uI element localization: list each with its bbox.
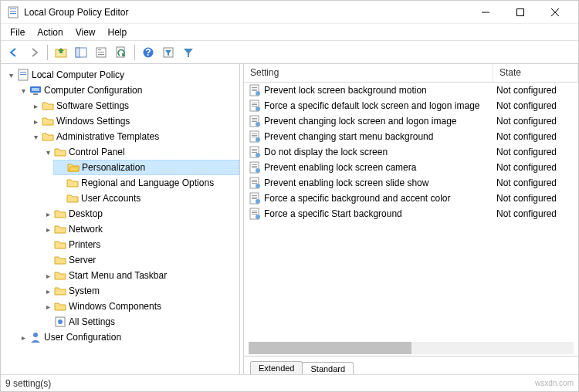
tree-root[interactable]: ▾ Local Computer Policy: [4, 67, 239, 83]
list-row[interactable]: Force a specific Start backgroundNot con…: [244, 206, 578, 221]
svg-rect-44: [252, 133, 257, 134]
collapse-icon[interactable]: ▾: [5, 69, 16, 80]
show-hide-tree-button[interactable]: [73, 44, 90, 61]
maximize-button[interactable]: [503, 2, 537, 23]
list-body[interactable]: Prevent lock screen background motionNot…: [244, 83, 578, 339]
svg-rect-13: [98, 52, 104, 52]
properties-button[interactable]: [93, 44, 110, 61]
svg-rect-31: [252, 90, 257, 91]
tree-computer-configuration[interactable]: ▾ Computer Configuration: [16, 83, 239, 98]
minimize-button[interactable]: [468, 2, 503, 23]
expand-icon[interactable]: ▸: [42, 286, 53, 296]
svg-rect-46: [252, 137, 257, 137]
folder-icon: [42, 100, 54, 112]
svg-point-62: [256, 184, 260, 188]
statusbar: 9 setting(s) wsxdn.com: [1, 374, 578, 391]
svg-rect-10: [76, 48, 80, 57]
svg-rect-29: [252, 87, 257, 88]
tree-windows-settings[interactable]: ▸Windows Settings: [29, 113, 239, 129]
up-button[interactable]: [52, 44, 69, 61]
policy-item-icon: [249, 146, 261, 158]
back-button[interactable]: [5, 44, 22, 61]
list-row[interactable]: Force a specific default lock screen and…: [244, 98, 578, 113]
state-text: Not configured: [493, 85, 578, 96]
list-row[interactable]: Prevent enabling lock screen slide showN…: [244, 175, 578, 191]
tree-administrative-templates[interactable]: ▾Administrative Templates: [29, 129, 239, 144]
menu-action[interactable]: Action: [31, 25, 69, 39]
setting-text: Do not display the lock screen: [264, 147, 493, 157]
list-row[interactable]: Prevent lock screen background motionNot…: [244, 83, 578, 98]
policy-item-icon: [249, 177, 261, 189]
tab-standard[interactable]: Standard: [302, 362, 354, 374]
tree-system[interactable]: ▸System: [41, 283, 239, 299]
forward-button[interactable]: [25, 44, 42, 61]
tree-start-menu-taskbar[interactable]: ▸Start Menu and Taskbar: [41, 268, 239, 283]
list-row[interactable]: Do not display the lock screenNot config…: [244, 144, 578, 160]
collapse-icon[interactable]: ▾: [18, 85, 29, 96]
expand-icon[interactable]: ▸: [42, 224, 53, 235]
svg-point-27: [33, 333, 38, 337]
tree-label: Server: [69, 255, 96, 265]
svg-rect-70: [252, 212, 257, 213]
tree-software-settings[interactable]: ▸Software Settings: [29, 98, 239, 113]
refresh-button[interactable]: [113, 44, 130, 61]
collapse-icon[interactable]: ▾: [42, 147, 53, 157]
column-state[interactable]: State: [493, 64, 578, 82]
tree-server[interactable]: Server: [41, 252, 239, 268]
folder-icon: [54, 146, 66, 158]
expand-icon[interactable]: ▸: [18, 332, 29, 343]
svg-rect-34: [252, 103, 257, 103]
close-button[interactable]: [537, 2, 572, 23]
titlebar: Local Group Policy Editor: [1, 1, 578, 24]
tree-user-configuration[interactable]: ▸User Configuration: [16, 329, 239, 345]
svg-rect-41: [252, 121, 257, 122]
tree-windows-components[interactable]: ▸Windows Components: [41, 299, 239, 314]
folder-icon: [66, 177, 79, 189]
tree-label: Desktop: [69, 208, 103, 219]
expand-icon[interactable]: ▸: [42, 270, 53, 281]
expand-icon[interactable]: ▸: [30, 100, 41, 111]
list-row[interactable]: Prevent enabling lock screen cameraNot c…: [244, 160, 578, 175]
list-row[interactable]: Prevent changing start menu backgroundNo…: [244, 129, 578, 144]
state-text: Not configured: [493, 131, 578, 142]
tree-personalization[interactable]: Personalization: [53, 160, 239, 175]
svg-rect-21: [20, 74, 26, 75]
tree-desktop[interactable]: ▸Desktop: [41, 206, 239, 221]
svg-rect-55: [252, 166, 257, 167]
tree-control-panel[interactable]: ▾Control Panel: [41, 144, 239, 160]
tree-all-settings[interactable]: All Settings: [41, 314, 239, 329]
tab-extended[interactable]: Extended: [250, 361, 303, 374]
expand-icon[interactable]: ▸: [42, 301, 53, 312]
folder-icon: [66, 192, 79, 204]
expand-icon[interactable]: ▸: [42, 208, 53, 219]
tree-regional-language-options[interactable]: Regional and Language Options: [53, 175, 239, 191]
column-setting[interactable]: Setting: [244, 64, 493, 82]
svg-rect-1: [10, 8, 16, 9]
horizontal-scrollbar[interactable]: [249, 342, 574, 354]
setting-text: Prevent enabling lock screen camera: [264, 162, 493, 173]
svg-point-67: [256, 199, 260, 204]
tree-user-accounts[interactable]: User Accounts: [53, 191, 239, 206]
help-button[interactable]: ?: [140, 44, 157, 61]
tree-printers[interactable]: Printers: [41, 237, 239, 252]
scrollbar-thumb[interactable]: [249, 342, 411, 354]
menu-file[interactable]: File: [4, 25, 31, 39]
filter-options-button[interactable]: [160, 44, 177, 61]
svg-rect-50: [252, 150, 257, 151]
menu-view[interactable]: View: [69, 25, 102, 39]
svg-rect-61: [252, 183, 257, 184]
setting-text: Force a specific Start background: [264, 208, 493, 219]
state-text: Not configured: [493, 162, 578, 173]
collapse-icon[interactable]: ▾: [30, 131, 41, 142]
expand-icon[interactable]: ▸: [30, 116, 41, 127]
tree-network[interactable]: ▸Network: [41, 221, 239, 237]
folder-icon: [42, 130, 54, 143]
svg-rect-36: [252, 106, 257, 106]
menu-help[interactable]: Help: [102, 25, 134, 39]
tree-pane[interactable]: ▾ Local Computer Policy ▾ Computer Confi…: [1, 64, 240, 374]
list-row[interactable]: Force a specific background and accent c…: [244, 191, 578, 206]
view-tabs: Extended Standard: [244, 356, 578, 374]
svg-point-52: [256, 153, 260, 157]
filter-button[interactable]: [180, 44, 197, 61]
list-row[interactable]: Prevent changing lock screen and logon i…: [244, 113, 578, 129]
